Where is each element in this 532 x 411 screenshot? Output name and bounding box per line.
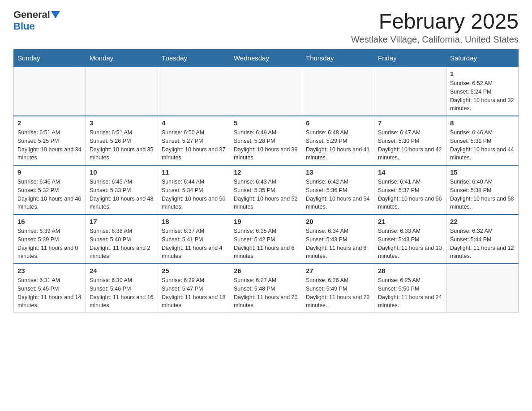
day-number: 21 [378, 218, 442, 225]
week-row-3: 9Sunrise: 6:46 AMSunset: 5:32 PMDaylight… [14, 165, 519, 214]
day-number: 17 [90, 218, 154, 225]
calendar-header-tuesday: Tuesday [158, 50, 230, 67]
day-number: 23 [17, 267, 82, 274]
day-number: 27 [306, 267, 370, 274]
logo-blue-text: Blue [13, 21, 35, 32]
day-info: Sunrise: 6:29 AMSunset: 5:47 PMDaylight:… [162, 276, 226, 310]
calendar-cell: 24Sunrise: 6:30 AMSunset: 5:46 PMDayligh… [86, 264, 158, 313]
calendar-cell: 28Sunrise: 6:25 AMSunset: 5:50 PMDayligh… [374, 264, 446, 313]
day-number: 7 [378, 119, 442, 127]
calendar-header-sunday: Sunday [14, 50, 86, 67]
day-info: Sunrise: 6:25 AMSunset: 5:50 PMDaylight:… [378, 276, 442, 310]
day-info: Sunrise: 6:51 AMSunset: 5:26 PMDaylight:… [90, 128, 154, 162]
title-section: February 2025 Westlake Village, Californ… [351, 9, 519, 45]
calendar-cell: 27Sunrise: 6:26 AMSunset: 5:49 PMDayligh… [302, 264, 374, 313]
week-row-4: 16Sunrise: 6:39 AMSunset: 5:39 PMDayligh… [14, 214, 519, 264]
day-info: Sunrise: 6:42 AMSunset: 5:36 PMDaylight:… [306, 178, 370, 211]
day-info: Sunrise: 6:46 AMSunset: 5:31 PMDaylight:… [450, 128, 515, 162]
calendar-cell: 25Sunrise: 6:29 AMSunset: 5:47 PMDayligh… [158, 264, 230, 313]
day-number: 9 [17, 168, 82, 176]
day-info: Sunrise: 6:41 AMSunset: 5:37 PMDaylight:… [378, 178, 442, 211]
calendar-cell [302, 67, 374, 116]
week-row-2: 2Sunrise: 6:51 AMSunset: 5:25 PMDaylight… [14, 116, 519, 165]
calendar-cell: 8Sunrise: 6:46 AMSunset: 5:31 PMDaylight… [446, 116, 519, 165]
day-number: 2 [17, 119, 82, 127]
day-number: 16 [17, 218, 82, 225]
day-info: Sunrise: 6:35 AMSunset: 5:42 PMDaylight:… [234, 227, 298, 261]
calendar-cell: 5Sunrise: 6:49 AMSunset: 5:28 PMDaylight… [230, 116, 302, 165]
day-info: Sunrise: 6:50 AMSunset: 5:27 PMDaylight:… [162, 128, 226, 162]
calendar-header-monday: Monday [86, 50, 158, 67]
day-number: 8 [450, 119, 515, 127]
calendar-cell: 18Sunrise: 6:37 AMSunset: 5:41 PMDayligh… [158, 214, 230, 264]
calendar-cell: 22Sunrise: 6:32 AMSunset: 5:44 PMDayligh… [446, 214, 519, 264]
calendar-cell: 10Sunrise: 6:45 AMSunset: 5:33 PMDayligh… [86, 165, 158, 214]
day-info: Sunrise: 6:37 AMSunset: 5:41 PMDaylight:… [162, 227, 226, 261]
calendar-cell: 19Sunrise: 6:35 AMSunset: 5:42 PMDayligh… [230, 214, 302, 264]
day-info: Sunrise: 6:33 AMSunset: 5:43 PMDaylight:… [378, 227, 442, 261]
logo: General Blue [13, 9, 61, 32]
calendar-cell: 23Sunrise: 6:31 AMSunset: 5:45 PMDayligh… [14, 264, 86, 313]
day-number: 4 [162, 119, 226, 127]
calendar-cell [446, 264, 519, 313]
calendar-cell [230, 67, 302, 116]
day-info: Sunrise: 6:32 AMSunset: 5:44 PMDaylight:… [450, 227, 515, 261]
calendar-header-wednesday: Wednesday [230, 50, 302, 67]
day-number: 24 [90, 267, 154, 274]
day-info: Sunrise: 6:51 AMSunset: 5:25 PMDaylight:… [17, 128, 82, 162]
calendar-header-row: SundayMondayTuesdayWednesdayThursdayFrid… [14, 50, 519, 67]
calendar-cell [374, 67, 446, 116]
day-info: Sunrise: 6:46 AMSunset: 5:32 PMDaylight:… [17, 178, 82, 211]
week-row-5: 23Sunrise: 6:31 AMSunset: 5:45 PMDayligh… [14, 264, 519, 313]
day-info: Sunrise: 6:47 AMSunset: 5:30 PMDaylight:… [378, 128, 442, 162]
day-number: 13 [306, 168, 370, 176]
day-number: 12 [234, 168, 298, 176]
day-info: Sunrise: 6:39 AMSunset: 5:39 PMDaylight:… [17, 227, 82, 261]
calendar-cell: 3Sunrise: 6:51 AMSunset: 5:26 PMDaylight… [86, 116, 158, 165]
day-number: 14 [378, 168, 442, 176]
calendar-cell: 15Sunrise: 6:40 AMSunset: 5:38 PMDayligh… [446, 165, 519, 214]
calendar-cell: 16Sunrise: 6:39 AMSunset: 5:39 PMDayligh… [14, 214, 86, 264]
day-info: Sunrise: 6:27 AMSunset: 5:48 PMDaylight:… [234, 276, 298, 310]
calendar-cell: 7Sunrise: 6:47 AMSunset: 5:30 PMDaylight… [374, 116, 446, 165]
day-number: 22 [450, 218, 515, 225]
calendar-cell [86, 67, 158, 116]
calendar-cell: 11Sunrise: 6:44 AMSunset: 5:34 PMDayligh… [158, 165, 230, 214]
day-number: 28 [378, 267, 442, 274]
calendar-cell: 6Sunrise: 6:48 AMSunset: 5:29 PMDaylight… [302, 116, 374, 165]
day-number: 3 [90, 119, 154, 127]
calendar-cell: 21Sunrise: 6:33 AMSunset: 5:43 PMDayligh… [374, 214, 446, 264]
day-info: Sunrise: 6:30 AMSunset: 5:46 PMDaylight:… [90, 276, 154, 310]
day-number: 20 [306, 218, 370, 225]
calendar-cell: 20Sunrise: 6:34 AMSunset: 5:43 PMDayligh… [302, 214, 374, 264]
day-number: 6 [306, 119, 370, 127]
day-info: Sunrise: 6:38 AMSunset: 5:40 PMDaylight:… [90, 227, 154, 261]
page-title: February 2025 [351, 9, 519, 34]
calendar-table: SundayMondayTuesdayWednesdayThursdayFrid… [13, 49, 519, 313]
calendar-cell: 13Sunrise: 6:42 AMSunset: 5:36 PMDayligh… [302, 165, 374, 214]
calendar-cell: 1Sunrise: 6:52 AMSunset: 5:24 PMDaylight… [446, 67, 519, 116]
subtitle: Westlake Village, California, United Sta… [351, 34, 519, 45]
day-number: 26 [234, 267, 298, 274]
calendar-cell [14, 67, 86, 116]
page-header: General Blue February 2025 Westlake Vill… [13, 9, 519, 45]
day-info: Sunrise: 6:52 AMSunset: 5:24 PMDaylight:… [450, 79, 515, 113]
day-number: 1 [450, 70, 515, 77]
day-info: Sunrise: 6:43 AMSunset: 5:35 PMDaylight:… [234, 178, 298, 211]
day-info: Sunrise: 6:40 AMSunset: 5:38 PMDaylight:… [450, 178, 515, 211]
day-info: Sunrise: 6:45 AMSunset: 5:33 PMDaylight:… [90, 178, 154, 211]
calendar-cell: 4Sunrise: 6:50 AMSunset: 5:27 PMDaylight… [158, 116, 230, 165]
day-info: Sunrise: 6:48 AMSunset: 5:29 PMDaylight:… [306, 128, 370, 162]
day-info: Sunrise: 6:26 AMSunset: 5:49 PMDaylight:… [306, 276, 370, 310]
calendar-cell: 12Sunrise: 6:43 AMSunset: 5:35 PMDayligh… [230, 165, 302, 214]
day-number: 10 [90, 168, 154, 176]
day-number: 25 [162, 267, 226, 274]
calendar-header-thursday: Thursday [302, 50, 374, 67]
calendar-cell: 14Sunrise: 6:41 AMSunset: 5:37 PMDayligh… [374, 165, 446, 214]
calendar-cell [158, 67, 230, 116]
logo-triangle-icon [51, 11, 60, 18]
week-row-1: 1Sunrise: 6:52 AMSunset: 5:24 PMDaylight… [14, 67, 519, 116]
day-number: 19 [234, 218, 298, 225]
logo-general-text: General [13, 9, 50, 21]
calendar-header-friday: Friday [374, 50, 446, 67]
